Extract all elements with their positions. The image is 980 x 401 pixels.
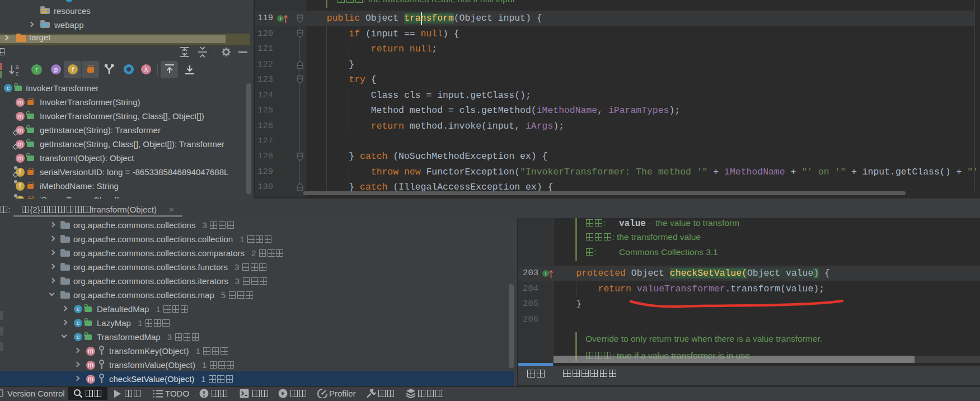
- svg-text:z: z: [16, 70, 18, 77]
- svg-text:a: a: [16, 64, 19, 70]
